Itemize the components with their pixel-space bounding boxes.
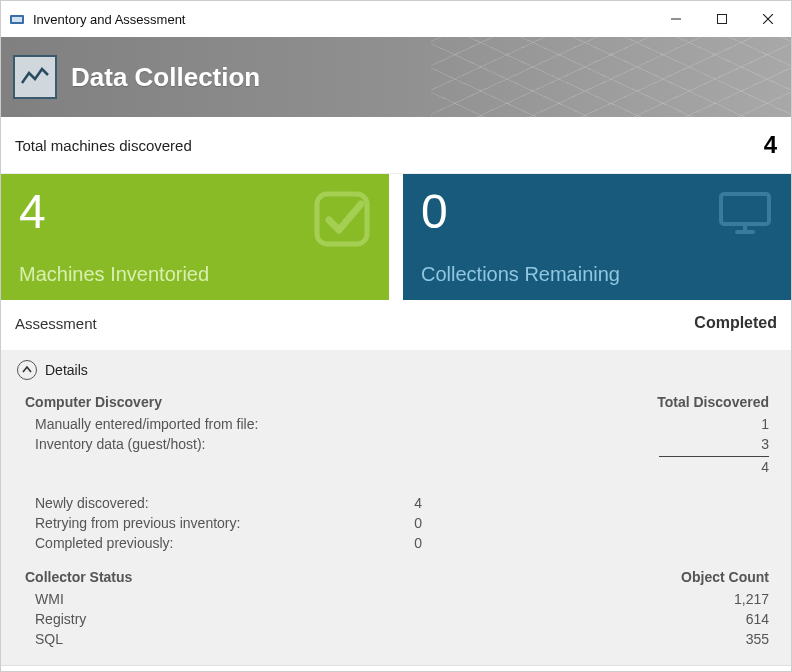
discovery-row-value: 1 — [452, 416, 769, 432]
monitor-icon — [717, 190, 773, 241]
collector-row-value: 614 — [452, 611, 769, 627]
discovery-extra-label: Retrying from previous inventory: — [25, 515, 342, 531]
checkmark-icon — [313, 190, 371, 251]
total-discovered-row: Total machines discovered 4 — [1, 117, 791, 174]
banner-title: Data Collection — [71, 62, 260, 93]
tiles: 4 Machines Inventoried 0 Collections Rem… — [1, 174, 791, 300]
svg-rect-7 — [721, 194, 769, 224]
discovery-row-value: 3 — [452, 436, 769, 452]
collections-remaining-tile: 0 Collections Remaining — [403, 174, 791, 300]
footer: Close Cancel — [1, 665, 791, 672]
collector-row: WMI 1,217 — [25, 589, 769, 609]
details-body: Computer Discovery Total Discovered Manu… — [17, 394, 775, 649]
details-title: Details — [45, 362, 88, 378]
banner-decoration — [431, 37, 791, 117]
discovery-heading: Computer Discovery Total Discovered — [25, 394, 769, 410]
details-toggle-button[interactable] — [17, 360, 37, 380]
discovery-row-label: Inventory data (guest/host): — [25, 436, 342, 452]
discovery-extra-value: 0 — [342, 515, 452, 531]
svg-rect-3 — [718, 15, 727, 24]
discovery-row: Manually entered/imported from file: 1 — [25, 414, 769, 434]
discovery-extra-row: Completed previously: 0 — [25, 533, 769, 553]
details-section: Details Computer Discovery Total Discove… — [1, 350, 791, 665]
assessment-status: Completed — [694, 314, 777, 332]
collector-heading-left: Collector Status — [25, 569, 132, 585]
titlebar: Inventory and Assessment — [1, 1, 791, 37]
minimize-button[interactable] — [653, 1, 699, 37]
assessment-row: Assessment Completed — [1, 300, 791, 350]
discovery-total-row: 4 — [25, 457, 769, 477]
collections-remaining-label: Collections Remaining — [421, 263, 773, 286]
discovery-heading-right: Total Discovered — [657, 394, 769, 410]
discovery-total-value: 4 — [452, 459, 769, 475]
discovery-heading-left: Computer Discovery — [25, 394, 162, 410]
total-discovered-value: 4 — [764, 131, 777, 159]
discovery-extra-label: Completed previously: — [25, 535, 342, 551]
discovery-row-label: Manually entered/imported from file: — [25, 416, 342, 432]
collector-row-label: SQL — [25, 631, 342, 647]
collector-row-value: 355 — [452, 631, 769, 647]
details-header: Details — [17, 360, 775, 380]
close-window-button[interactable] — [745, 1, 791, 37]
discovery-row: Inventory data (guest/host): 3 — [25, 434, 769, 454]
machines-inventoried-tile: 4 Machines Inventoried — [1, 174, 389, 300]
discovery-extra-label: Newly discovered: — [25, 495, 342, 511]
chart-icon — [13, 55, 57, 99]
maximize-button[interactable] — [699, 1, 745, 37]
app-icon — [9, 11, 25, 27]
collector-heading: Collector Status Object Count — [25, 569, 769, 585]
collector-row: Registry 614 — [25, 609, 769, 629]
window-controls — [653, 1, 791, 37]
svg-rect-1 — [12, 17, 22, 22]
assessment-label: Assessment — [15, 315, 97, 332]
discovery-extra-row: Retrying from previous inventory: 0 — [25, 513, 769, 533]
banner: Data Collection — [1, 37, 791, 117]
collector-row: SQL 355 — [25, 629, 769, 649]
discovery-extra-value: 0 — [342, 535, 452, 551]
collector-row-value: 1,217 — [452, 591, 769, 607]
collector-row-label: WMI — [25, 591, 342, 607]
collector-heading-right: Object Count — [681, 569, 769, 585]
machines-inventoried-label: Machines Inventoried — [19, 263, 371, 286]
discovery-extra-value: 4 — [342, 495, 452, 511]
total-discovered-label: Total machines discovered — [15, 137, 192, 154]
window-title: Inventory and Assessment — [33, 12, 185, 27]
discovery-extra-row: Newly discovered: 4 — [25, 493, 769, 513]
collector-row-label: Registry — [25, 611, 342, 627]
